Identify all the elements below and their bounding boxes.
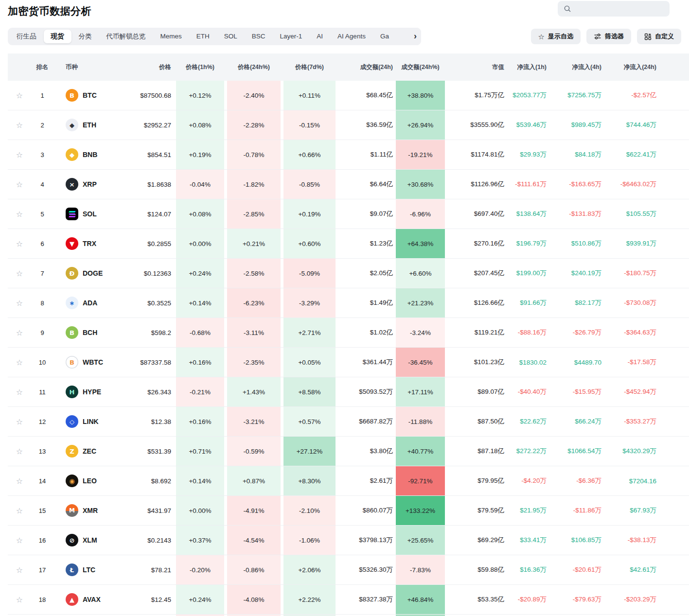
header-rank[interactable]: 排名 <box>31 63 53 71</box>
tabs-more-chevron-icon[interactable]: › <box>414 31 417 41</box>
netflow-1h-cell: $2053.77万 <box>504 81 547 110</box>
favorite-star-icon[interactable]: ☆ <box>8 110 31 140</box>
tab-Ga[interactable]: Ga <box>373 30 396 43</box>
tab-Memes[interactable]: Memes <box>153 30 189 43</box>
volume-24h-cell: $9.07亿 <box>336 199 393 229</box>
coin-cell[interactable]: Ð DOGE <box>53 259 131 288</box>
favorite-star-icon[interactable]: ☆ <box>8 585 31 614</box>
tab-现货[interactable]: 现货 <box>44 30 71 43</box>
header-price[interactable]: 价格 <box>131 63 171 71</box>
volume-24h-pct-cell: +40.77% <box>396 437 445 466</box>
favorite-star-icon[interactable]: ☆ <box>8 140 31 169</box>
header-netflow-1h[interactable]: 净流入(1h) <box>504 63 547 71</box>
price-7d-cell: +0.60% <box>283 229 336 258</box>
header-netflow-24h[interactable]: 净流入(24h) <box>601 63 656 71</box>
customize-label: 自定义 <box>655 32 674 41</box>
coin-cell[interactable]: Z ZEC <box>53 437 131 466</box>
favorite-star-icon[interactable]: ☆ <box>8 170 31 199</box>
price-cell: $598.2 <box>131 318 171 347</box>
volume-24h-pct-cell: -19.21% <box>396 140 445 169</box>
tab-SOL[interactable]: SOL <box>217 30 245 43</box>
coin-icon: H <box>66 386 78 398</box>
price-7d-cell: +2.22% <box>283 585 336 614</box>
favorite-star-icon[interactable]: ☆ <box>8 348 31 377</box>
table-row: ☆ 12 ◇ LINK $12.38 +0.16% -3.21% +0.57% … <box>8 407 689 437</box>
table-row: ☆ 13 Z ZEC $531.39 +0.71% -0.59% +27.12%… <box>8 437 689 466</box>
favorite-star-icon[interactable]: ☆ <box>8 288 31 317</box>
netflow-4h-cell: $4489.70 <box>547 348 601 377</box>
favorite-star-icon[interactable]: ☆ <box>8 407 31 436</box>
filter-button[interactable]: 筛选器 <box>586 29 631 44</box>
favorite-star-icon[interactable]: ☆ <box>8 199 31 229</box>
tab-AI[interactable]: AI <box>309 30 330 43</box>
header-price-1h[interactable]: 价格(1h%) <box>176 63 224 71</box>
tab-衍生品[interactable]: 衍生品 <box>9 30 44 43</box>
search-box[interactable] <box>558 1 670 17</box>
header-price-24h[interactable]: 价格(24h%) <box>227 63 281 71</box>
page-header: 加密货币数据分析 <box>0 4 689 18</box>
show-watchlist-button[interactable]: ☆ 显示自选 <box>531 29 581 44</box>
coin-symbol: BNB <box>83 151 97 158</box>
search-input[interactable] <box>571 5 670 13</box>
netflow-4h-cell: $240.19万 <box>547 259 601 288</box>
tab-BSC[interactable]: BSC <box>245 30 273 43</box>
market-cap-cell: $89.07亿 <box>445 377 504 406</box>
coin-cell[interactable]: ▼ TRX <box>53 229 131 258</box>
coin-cell[interactable]: B BTC <box>53 81 131 110</box>
tab-AI Agents[interactable]: AI Agents <box>330 30 373 43</box>
tab-分类[interactable]: 分类 <box>71 30 99 43</box>
netflow-1h-cell: $539.46万 <box>504 110 547 140</box>
favorite-star-icon[interactable]: ☆ <box>8 496 31 525</box>
header-coin[interactable]: 币种 <box>53 63 131 71</box>
coin-cell[interactable]: ◉ LEO <box>53 466 131 495</box>
price-24h-cell: -4.08% <box>227 585 281 614</box>
rank-cell: 15 <box>31 496 53 525</box>
price-24h-cell: -0.86% <box>227 555 281 584</box>
header-netflow-4h[interactable]: 净流入(4h) <box>547 63 601 71</box>
coin-cell[interactable]: H HYPE <box>53 377 131 406</box>
coin-cell[interactable]: M XMR <box>53 496 131 525</box>
market-cap-cell: $79.59亿 <box>445 496 504 525</box>
coin-cell[interactable]: ⊘ XLM <box>53 526 131 555</box>
coin-cell[interactable]: ◇ LINK <box>53 407 131 436</box>
coin-icon-slot: ⊘ <box>66 534 78 546</box>
favorite-star-icon[interactable]: ☆ <box>8 437 31 466</box>
header-market-cap[interactable]: 市值 <box>445 63 504 71</box>
tab-Layer-1[interactable]: Layer-1 <box>273 30 310 43</box>
show-watchlist-label: 显示自选 <box>548 32 573 41</box>
coin-cell[interactable]: Ł LTC <box>53 555 131 584</box>
coin-cell[interactable]: × XRP <box>53 170 131 199</box>
coin-cell[interactable]: ▲ AVAX <box>53 585 131 614</box>
coin-cell[interactable]: SOL <box>53 199 131 229</box>
favorite-star-icon[interactable]: ☆ <box>8 229 31 258</box>
coin-cell[interactable]: ◆ ETH <box>53 110 131 140</box>
favorite-star-icon[interactable]: ☆ <box>8 318 31 347</box>
nav-row: 衍生品现货分类代币解锁总览MemesETHSOLBSCLayer-1AIAI A… <box>8 28 681 45</box>
favorite-star-icon[interactable]: ☆ <box>8 259 31 288</box>
price-24h-cell: +0.87% <box>227 466 281 495</box>
coin-cell[interactable]: ∗ ADA <box>53 288 131 317</box>
coin-cell[interactable]: B WBTC <box>53 348 131 377</box>
price-cell: $531.39 <box>131 437 171 466</box>
favorite-star-icon[interactable]: ☆ <box>8 526 31 555</box>
price-1h-cell: +0.00% <box>176 229 224 258</box>
favorite-star-icon[interactable]: ☆ <box>8 81 31 110</box>
price-1h-cell: -0.68% <box>176 318 224 347</box>
coin-cell[interactable]: B BCH <box>53 318 131 347</box>
coin-symbol: LINK <box>83 418 99 425</box>
rank-cell: 5 <box>31 199 53 229</box>
coin-icon: ⊘ <box>66 534 78 546</box>
favorite-star-icon[interactable]: ☆ <box>8 555 31 584</box>
favorite-star-icon[interactable]: ☆ <box>8 377 31 406</box>
tab-代币解锁总览[interactable]: 代币解锁总览 <box>99 30 153 43</box>
coin-cell[interactable]: ◆ BNB <box>53 140 131 169</box>
header-volume-24h[interactable]: 成交额(24h) <box>336 63 393 71</box>
coin-icon: ◆ <box>66 119 78 131</box>
header-volume-24h-pct[interactable]: 成交额(24h%) <box>396 63 445 71</box>
tab-ETH[interactable]: ETH <box>189 30 217 43</box>
favorite-star-icon[interactable]: ☆ <box>8 466 31 495</box>
header-price-7d[interactable]: 价格(7d%) <box>283 63 336 71</box>
customize-button[interactable]: 自定义 <box>637 29 681 44</box>
price-7d-cell: +0.57% <box>283 407 336 436</box>
price-cell: $26.343 <box>131 377 171 406</box>
